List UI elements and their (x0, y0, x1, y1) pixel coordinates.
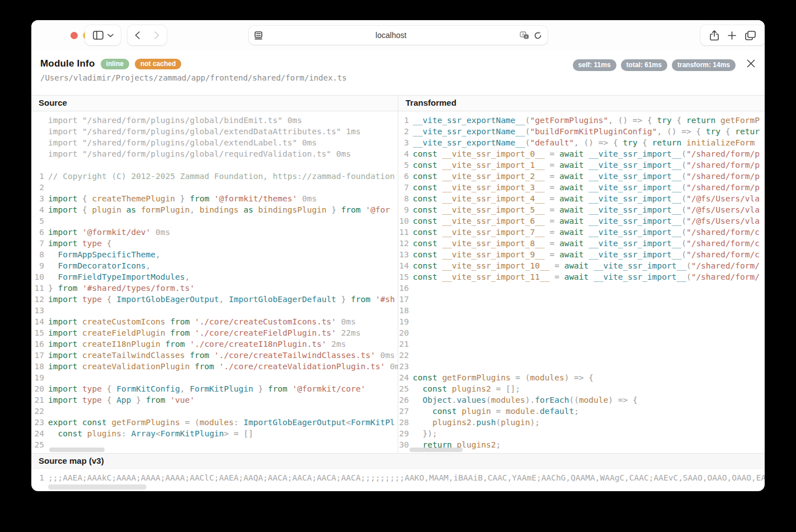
code-line: 14import createCustomIcons from './core/… (31, 316, 398, 327)
code-line-content: FormDecoratorIcons, (48, 260, 150, 271)
code-line-content: __vite_ssr_exportName__("default", () =>… (413, 137, 755, 148)
close-window-button[interactable] (70, 32, 78, 39)
reader-icon[interactable] (255, 31, 262, 40)
line-number: 25 (398, 383, 413, 394)
code-line-content: }); (413, 428, 437, 439)
code-line: 15const __vite_ssr_import_11__ = await _… (398, 271, 765, 283)
code-line-content: const __vite_ssr_import_8__ = await __vi… (413, 238, 760, 249)
code-line-content: import type { FormKitConfig, FormKitPlug… (48, 383, 366, 394)
code-line-content: const plugin = module.default; (413, 406, 579, 417)
code-line: 2 (31, 182, 398, 193)
code-line: 28 plugins2.push(plugin); (398, 417, 765, 428)
code-line-content: Object.values(modules).forEach((module) … (413, 394, 638, 406)
code-line-content: __vite_ssr_exportName__("getFormPlugins"… (413, 115, 760, 126)
reload-icon[interactable] (534, 31, 542, 40)
source-horizontal-scrollbar[interactable] (49, 448, 105, 452)
line-number: 28 (398, 417, 413, 428)
line-number: 10 (31, 271, 48, 283)
sourcemap-section: Source map (v3) 1 ;;;AAEA;AAAkC;AAAA;AAA… (31, 453, 765, 491)
code-line: 18 (398, 305, 765, 316)
code-line: import "/shared/form/plugins/global/bind… (31, 115, 398, 126)
code-line-content: const __vite_ssr_import_11__ = await __v… (413, 271, 760, 283)
line-number (31, 115, 48, 126)
code-line: 11const __vite_ssr_import_7__ = await __… (398, 227, 765, 238)
nav-button-group (128, 25, 167, 45)
code-line: 3import { createThemePlugin } from '@for… (31, 193, 398, 204)
code-line: 1// Copyright (C) 2012-2025 Zammad Found… (31, 171, 398, 182)
transformed-code-area[interactable]: 1__vite_ssr_exportName__("getFormPlugins… (398, 111, 765, 453)
line-number: 3 (398, 137, 413, 148)
line-number: 20 (31, 383, 48, 394)
back-button[interactable] (128, 25, 147, 45)
code-line-content: import createValidationPlugin from './co… (48, 361, 398, 372)
chevron-down-icon[interactable] (107, 34, 114, 37)
code-line-content: import createI18nPlugin from './core/cre… (48, 338, 346, 350)
code-line: 16 (398, 283, 765, 294)
source-panel-title: Source (31, 96, 398, 111)
code-line: 24 const plugins: Array<FormKitPlugin> =… (31, 428, 398, 439)
line-number: 17 (31, 350, 48, 361)
line-number: 21 (31, 394, 48, 406)
line-number: 14 (31, 316, 48, 327)
line-number: 19 (31, 372, 48, 383)
code-line: 19 (31, 372, 398, 383)
line-number: 12 (31, 294, 48, 305)
page-title: Module Info (40, 58, 95, 69)
code-line: 20 (398, 327, 765, 338)
url-text: localhost (262, 31, 520, 40)
line-number: 7 (31, 238, 48, 249)
tab-overview-icon[interactable] (745, 31, 756, 40)
sourcemap-mappings: ;;;AAEA;AAAkC;AAAA;AAAA;AAAA;AAClC;AAEA;… (48, 472, 765, 483)
line-number: 6 (398, 171, 413, 182)
module-info-header: Module Info inline not cached self: 11ms… (31, 50, 765, 82)
code-line-content: import createTailwindClasses from './cor… (48, 350, 395, 361)
share-icon[interactable] (710, 30, 719, 41)
code-line: 27 const plugin = module.default; (398, 406, 765, 417)
code-line-content: import createFieldPlugin from './core/cr… (48, 327, 361, 338)
code-line-content: plugins2.push(plugin); (413, 417, 540, 428)
close-icon[interactable] (745, 57, 757, 69)
timing-total-badge: total: 61ms (621, 59, 667, 71)
sourcemap-horizontal-scrollbar[interactable] (48, 484, 147, 489)
transformed-horizontal-scrollbar[interactable] (409, 448, 463, 452)
source-code-area[interactable]: import "/shared/form/plugins/global/bind… (31, 111, 398, 453)
new-tab-icon[interactable] (728, 31, 736, 40)
toolbar-right-group (700, 25, 765, 45)
code-line-content: const __vite_ssr_import_7__ = await __vi… (413, 227, 760, 238)
line-number: 4 (31, 204, 48, 215)
code-line: 11} from '#shared/types/form.ts' (31, 283, 398, 294)
code-line: 26 Object.values(modules).forEach((modul… (398, 394, 765, 406)
line-number: 15 (31, 327, 48, 338)
code-line: 13 (31, 305, 398, 316)
inline-badge: inline (101, 59, 129, 69)
sidebar-toggle-group (85, 25, 121, 45)
line-number: 17 (398, 294, 413, 305)
code-line: 17import createTailwindClasses from './c… (31, 350, 398, 361)
cache-status-badge: not cached (135, 59, 181, 69)
line-number: 20 (398, 327, 413, 338)
sidebar-icon[interactable] (93, 31, 103, 40)
line-number: 13 (398, 249, 413, 260)
line-number: 21 (398, 338, 413, 350)
code-line-content: import "/shared/form/plugins/global/requ… (48, 148, 351, 159)
code-line: 14const __vite_ssr_import_10__ = await _… (398, 260, 765, 271)
code-line: 4const __vite_ssr_import_0__ = await __v… (398, 148, 765, 159)
code-line: 6const __vite_ssr_import_2__ = await __v… (398, 171, 765, 182)
translate-icon[interactable]: Ax (520, 31, 529, 40)
line-number: 24 (31, 428, 48, 439)
address-bar[interactable]: localhost Ax (249, 26, 548, 45)
code-line: 12const __vite_ssr_import_8__ = await __… (398, 238, 765, 249)
code-line-content: } from '#shared/types/form.ts' (48, 283, 195, 294)
code-line-content: // Copyright (C) 2012-2025 Zammad Founda… (48, 171, 395, 182)
line-number: 5 (31, 215, 48, 227)
source-panel: Source import "/shared/form/plugins/glob… (31, 96, 398, 453)
line-number: 24 (398, 372, 413, 383)
sourcemap-body[interactable]: 1 ;;;AAEA;AAAkC;AAAA;AAAA;AAAA;AAClC;AAE… (31, 469, 765, 491)
forward-button[interactable] (147, 25, 167, 45)
line-number: 11 (31, 283, 48, 294)
code-line-content: const __vite_ssr_import_9__ = await __vi… (413, 249, 760, 260)
line-number: 5 (398, 159, 413, 171)
code-line: import "/shared/form/plugins/global/exte… (31, 137, 398, 148)
code-line-content: import type { (48, 238, 112, 249)
code-line: import "/shared/form/plugins/global/requ… (31, 148, 398, 159)
